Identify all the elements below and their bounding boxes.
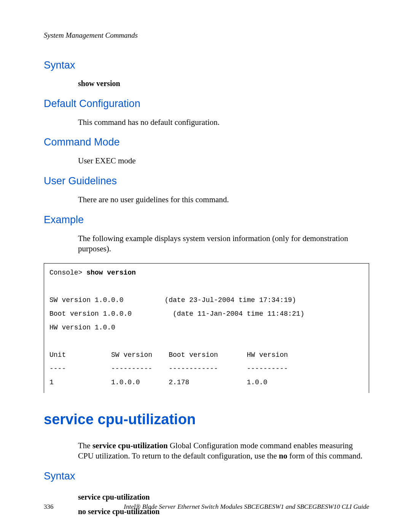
section-syntax-2: Syntax <box>44 470 369 482</box>
section-syntax: Syntax <box>44 59 369 71</box>
page: System Management Commands Syntax show v… <box>0 0 411 532</box>
example-body: The following example displays system ve… <box>78 233 369 254</box>
section-user-guidelines: User Guidelines <box>44 175 369 187</box>
code-command: show version <box>86 269 136 276</box>
footer-title: Intel® Blade Server Ethernet Switch Modu… <box>124 503 369 511</box>
code-body: SW version 1.0.0.0 (date 23-Jul-2004 tim… <box>49 296 304 386</box>
cmd-desc-post: form of this command. <box>287 451 363 460</box>
section-example: Example <box>44 214 369 226</box>
syntax-line-1: service cpu-utilization <box>78 490 369 504</box>
user-guidelines-body: There are no user guidelines for this co… <box>78 195 369 205</box>
cmd-desc-bold1: service cpu-utilization <box>92 441 168 450</box>
cmd-desc-bold2: no <box>279 451 287 460</box>
command-title: service cpu-utilization <box>44 411 369 428</box>
command-mode-body: User EXEC mode <box>78 156 369 166</box>
running-header: System Management Commands <box>44 31 369 40</box>
page-number: 336 <box>44 503 54 511</box>
section-default-config: Default Configuration <box>44 98 369 110</box>
cmd-desc-pre: The <box>78 441 92 450</box>
code-prompt: Console> <box>49 269 86 276</box>
syntax-command: show version <box>78 79 369 89</box>
command-description: The service cpu-utilization Global Confi… <box>78 441 369 461</box>
default-config-body: This command has no default configuratio… <box>78 117 369 128</box>
code-block: Console> show version SW version 1.0.0.0… <box>44 263 369 393</box>
footer: 336 Intel® Blade Server Ethernet Switch … <box>44 503 369 511</box>
section-command-mode: Command Mode <box>44 136 369 148</box>
